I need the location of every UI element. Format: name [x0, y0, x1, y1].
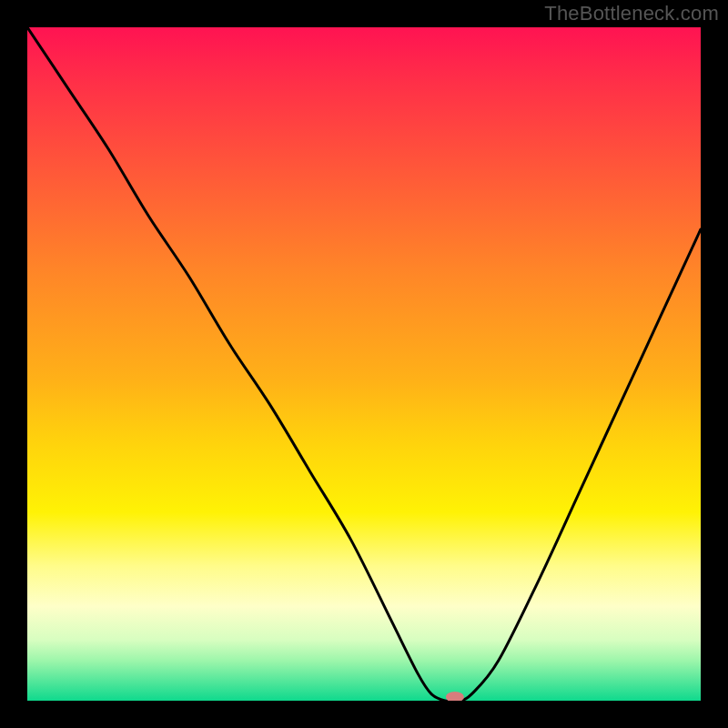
watermark-text: TheBottleneck.com: [544, 2, 719, 25]
chart-container: TheBottleneck.com: [0, 0, 728, 728]
plot-area: [27, 27, 701, 701]
bottleneck-curve-path: [27, 27, 701, 701]
bottleneck-curve-svg: [27, 27, 701, 701]
optimal-marker: [446, 692, 464, 701]
